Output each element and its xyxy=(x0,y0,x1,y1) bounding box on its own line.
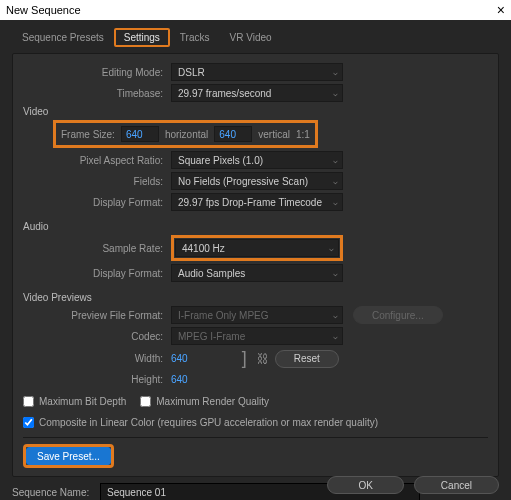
ok-button[interactable]: OK xyxy=(327,476,403,494)
par-dropdown[interactable]: Square Pixels (1.0)⌵ xyxy=(171,151,343,169)
tab-vr-video[interactable]: VR Video xyxy=(220,28,282,47)
chevron-down-icon: ⌵ xyxy=(333,156,338,165)
configure-button: Configure... xyxy=(353,306,443,324)
bracket-icon: ] xyxy=(242,348,247,369)
framesize-label: Frame Size: xyxy=(61,129,115,140)
timebase-dropdown[interactable]: 29.97 frames/second⌵ xyxy=(171,84,343,102)
sample-rate-label: Sample Rate: xyxy=(23,243,171,254)
max-render-quality-checkbox[interactable]: Maximum Render Quality xyxy=(140,396,269,407)
separator xyxy=(23,437,488,438)
tab-bar: Sequence Presets Settings Tracks VR Vide… xyxy=(12,28,499,47)
sample-rate-dropdown[interactable]: 44100 Hz⌵ xyxy=(175,239,339,257)
audio-display-format-dropdown[interactable]: Audio Samples⌵ xyxy=(171,264,343,282)
tab-tracks[interactable]: Tracks xyxy=(170,28,220,47)
highlight-settings-tab: Settings xyxy=(114,28,170,47)
preview-width-label: Width: xyxy=(23,353,171,364)
sequence-name-label: Sequence Name: xyxy=(12,487,100,498)
max-bit-depth-checkbox[interactable]: Maximum Bit Depth xyxy=(23,396,126,407)
chevron-down-icon: ⌵ xyxy=(333,311,338,320)
highlight-framesize: Frame Size: 640 horizontal 640 vertical … xyxy=(53,120,318,148)
chevron-down-icon: ⌵ xyxy=(333,198,338,207)
chevron-down-icon: ⌵ xyxy=(329,244,334,253)
preview-format-dropdown: I-Frame Only MPEG⌵ xyxy=(171,306,343,324)
highlight-save-preset: Save Preset... xyxy=(23,444,114,468)
previews-heading: Video Previews xyxy=(23,292,488,303)
chevron-down-icon: ⌵ xyxy=(333,89,338,98)
chevron-down-icon: ⌵ xyxy=(333,68,338,77)
timebase-label: Timebase: xyxy=(23,88,171,99)
par-label: Pixel Aspect Ratio: xyxy=(23,155,171,166)
close-icon[interactable]: × xyxy=(497,2,505,18)
audio-display-format-label: Display Format: xyxy=(23,268,171,279)
framesize-height-input[interactable]: 640 xyxy=(214,126,252,142)
editing-mode-label: Editing Mode: xyxy=(23,67,171,78)
main-panel: Editing Mode: DSLR⌵ Timebase: 29.97 fram… xyxy=(12,53,499,477)
framesize-horizontal-label: horizontal xyxy=(165,129,208,140)
preview-height-label: Height: xyxy=(23,374,171,385)
codec-dropdown: MPEG I-Frame⌵ xyxy=(171,327,343,345)
video-display-format-dropdown[interactable]: 29.97 fps Drop-Frame Timecode⌵ xyxy=(171,193,343,211)
tab-settings[interactable]: Settings xyxy=(124,32,160,43)
preview-height-value[interactable]: 640 xyxy=(171,374,188,385)
chevron-down-icon: ⌵ xyxy=(333,269,338,278)
cancel-button[interactable]: Cancel xyxy=(414,476,499,494)
save-preset-button[interactable]: Save Preset... xyxy=(26,447,111,465)
framesize-width-input[interactable]: 640 xyxy=(121,126,159,142)
dialog-body: Sequence Presets Settings Tracks VR Vide… xyxy=(0,20,511,500)
fields-label: Fields: xyxy=(23,176,171,187)
chevron-down-icon: ⌵ xyxy=(333,177,338,186)
highlight-sample-rate: 44100 Hz⌵ xyxy=(171,235,343,261)
window-title: New Sequence xyxy=(6,4,81,16)
chevron-down-icon: ⌵ xyxy=(333,332,338,341)
tab-sequence-presets[interactable]: Sequence Presets xyxy=(12,28,114,47)
video-display-format-label: Display Format: xyxy=(23,197,171,208)
preview-format-label: Preview File Format: xyxy=(23,310,171,321)
footer-buttons: OK Cancel xyxy=(327,476,499,494)
editing-mode-dropdown[interactable]: DSLR⌵ xyxy=(171,63,343,81)
fields-dropdown[interactable]: No Fields (Progressive Scan)⌵ xyxy=(171,172,343,190)
titlebar: New Sequence × xyxy=(0,0,511,20)
preview-width-value[interactable]: 640 xyxy=(171,353,188,364)
framesize-vertical-label: vertical xyxy=(258,129,290,140)
link-icon[interactable]: ⛓ xyxy=(257,352,269,366)
framesize-ratio: 1:1 xyxy=(296,129,310,140)
composite-linear-checkbox[interactable]: Composite in Linear Color (requires GPU … xyxy=(23,417,378,428)
audio-heading: Audio xyxy=(23,221,488,232)
reset-button[interactable]: Reset xyxy=(275,350,339,368)
codec-label: Codec: xyxy=(23,331,171,342)
video-heading: Video xyxy=(23,106,488,117)
